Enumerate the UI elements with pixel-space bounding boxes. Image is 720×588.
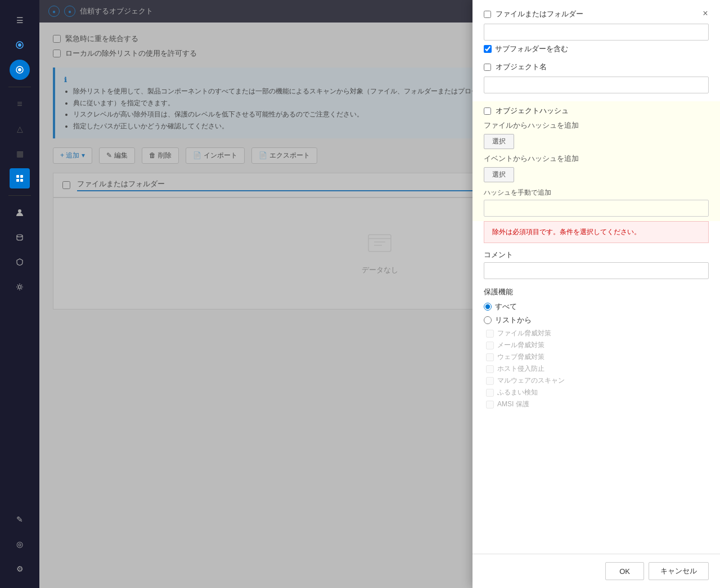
hash-manual-section: ハッシュを手動で追加: [484, 188, 709, 217]
sub-label-5: ふるまい検知: [497, 388, 538, 397]
grid-icon[interactable]: ▦: [10, 143, 30, 164]
divider2: [8, 195, 31, 196]
svg-rect-7: [20, 179, 23, 182]
list-icon[interactable]: ≡: [10, 94, 30, 114]
subfolder-checkbox[interactable]: [484, 45, 492, 53]
cancel-button[interactable]: キャンセル: [649, 562, 709, 580]
active-icon[interactable]: [10, 60, 30, 80]
radio-all-label: すべて: [495, 302, 517, 312]
wrench-icon[interactable]: ✎: [10, 509, 30, 529]
file-folder-row: ファイルまたはフォルダー: [484, 9, 709, 19]
dialog-content: ファイルまたはフォルダー サブフォルダーを含む オブジェクト名 オブジェクトハ: [472, 0, 720, 554]
file-folder-label: ファイルまたはフォルダー: [496, 9, 583, 19]
sidebar-top: ☰ ≡ △ ▦: [0, 6, 39, 302]
sub-checkbox-4: [486, 377, 494, 385]
error-banner: 除外は必須項目です。条件を選択してください。: [484, 221, 709, 243]
sub-checkbox-5: [486, 389, 494, 397]
svg-point-10: [19, 286, 21, 289]
sub-checkbox-1: [486, 342, 494, 349]
object-hash-label: オブジェクトハッシュ: [496, 106, 569, 116]
hash-from-event-btn[interactable]: 選択: [484, 167, 514, 182]
sub-checkbox-3: [486, 365, 494, 373]
sub-checkbox-2: [486, 353, 494, 361]
sub-label-1: メール脅威対策: [497, 340, 544, 350]
subfolder-row: サブフォルダーを含む: [484, 44, 709, 54]
file-folder-input[interactable]: [484, 24, 709, 41]
radio-all-input[interactable]: [484, 303, 492, 311]
sub-option-2: ウェブ脅威対策: [486, 352, 709, 362]
sub-label-0: ファイル脅威対策: [497, 329, 551, 338]
db-icon[interactable]: [10, 227, 30, 248]
sub-label-6: AMSI 保護: [497, 400, 529, 409]
svg-point-9: [17, 235, 22, 237]
sub-option-3: ホスト侵入防止: [486, 364, 709, 374]
protection-label: 保護機能: [484, 287, 709, 297]
object-name-section: オブジェクト名: [484, 62, 709, 93]
highlight-icon[interactable]: [10, 168, 30, 188]
hash-from-file: ファイルからハッシュを追加 選択: [484, 120, 709, 149]
sidebar: ☰ ≡ △ ▦: [0, 0, 39, 588]
object-name-label: オブジェクト名: [496, 62, 547, 72]
close-button[interactable]: ×: [699, 7, 712, 20]
shield-icon[interactable]: [10, 252, 30, 272]
home-icon[interactable]: [10, 35, 30, 55]
sub-option-6: AMSI 保護: [486, 400, 709, 409]
sub-label-2: ウェブ脅威対策: [497, 352, 544, 362]
hash-from-file-btn[interactable]: 選択: [484, 134, 514, 149]
sub-option-5: ふるまい検知: [486, 388, 709, 397]
sub-label-3: ホスト侵入防止: [497, 364, 544, 374]
radio-list-input[interactable]: [484, 316, 492, 324]
hash-manual-label: ハッシュを手動で追加: [484, 188, 709, 198]
protection-section: 保護機能 すべて リストから ファイル脅威対策 メール脅威対策 ウェブ脅威対策: [484, 287, 709, 409]
sidebar-bottom: ✎ ◎ ⚙: [10, 509, 30, 588]
ok-button[interactable]: OK: [605, 562, 644, 580]
divider1: [8, 87, 31, 87]
checkbox-file-folder-input[interactable]: [484, 11, 491, 18]
svg-rect-6: [16, 179, 19, 182]
object-hash-section: オブジェクトハッシュ ファイルからハッシュを追加 選択 イベントからハッシュを追…: [472, 101, 720, 221]
radio-list-row: リストから: [484, 315, 709, 325]
comment-section: コメント: [484, 250, 709, 279]
menu-icon[interactable]: ☰: [10, 10, 30, 30]
sub-label-4: マルウェアのスキャン: [497, 376, 565, 385]
object-name-input[interactable]: [484, 77, 709, 93]
sub-option-1: メール脅威対策: [486, 340, 709, 350]
comment-label: コメント: [484, 250, 709, 260]
checkbox-object-name-input[interactable]: [484, 64, 491, 71]
file-folder-section: ファイルまたはフォルダー サブフォルダーを含む: [484, 9, 709, 54]
gear-bottom-icon[interactable]: ⚙: [10, 559, 30, 579]
object-hash-row: オブジェクトハッシュ: [484, 106, 709, 116]
svg-point-1: [18, 43, 21, 47]
dialog-panel: × ファイルまたはフォルダー サブフォルダーを含む オブジェクト名: [472, 0, 720, 588]
hash-from-event: イベントからハッシュを追加 選択: [484, 154, 709, 182]
radio-all-row: すべて: [484, 302, 709, 312]
sub-checkbox-6: [486, 401, 494, 409]
comment-input[interactable]: [484, 262, 709, 279]
hash-from-file-label: ファイルからハッシュを追加: [484, 120, 709, 131]
checkbox-object-hash-input[interactable]: [484, 107, 491, 115]
svg-rect-4: [16, 175, 19, 178]
radio-list-label: リストから: [495, 315, 532, 325]
error-text: 除外は必須項目です。条件を選択してください。: [492, 228, 641, 236]
hash-from-event-label: イベントからハッシュを追加: [484, 154, 709, 164]
object-name-row: オブジェクト名: [484, 62, 709, 72]
sub-option-4: マルウェアのスキャン: [486, 376, 709, 385]
sub-option-0: ファイル脅威対策: [486, 329, 709, 338]
subfolder-label[interactable]: サブフォルダーを含む: [484, 44, 709, 54]
dialog-footer: OK キャンセル: [472, 554, 720, 588]
info-icon[interactable]: ◎: [10, 534, 30, 554]
svg-point-8: [18, 209, 21, 213]
svg-point-3: [18, 68, 21, 71]
svg-rect-5: [20, 175, 23, 178]
person-icon[interactable]: [10, 203, 30, 223]
sub-checkbox-0: [486, 330, 494, 338]
alert-icon[interactable]: △: [10, 119, 30, 139]
settings-icon[interactable]: [10, 277, 30, 297]
hash-manual-input[interactable]: [484, 200, 709, 217]
